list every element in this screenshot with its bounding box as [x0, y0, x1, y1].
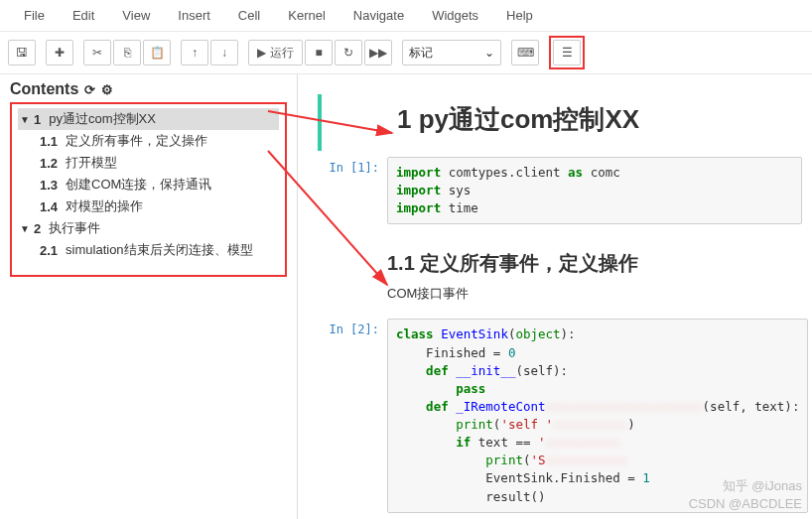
- plus-icon: ✚: [55, 46, 65, 60]
- notebook-area: 1 py通过com控制XX In [1]: import comtypes.cl…: [298, 74, 812, 519]
- save-button[interactable]: 🖫: [8, 40, 36, 65]
- run-label: 运行: [270, 45, 294, 62]
- toc-header: Contents ⟳ ⚙: [10, 80, 287, 98]
- collapse-icon[interactable]: ▼: [20, 223, 30, 234]
- add-cell-button[interactable]: ✚: [46, 40, 73, 65]
- paste-icon: 📋: [150, 46, 165, 60]
- h1-title: 1 py通过com控制XX: [397, 102, 802, 137]
- menu-file[interactable]: File: [10, 4, 59, 27]
- copy-icon: ⎘: [124, 46, 131, 60]
- menu-view[interactable]: View: [108, 4, 164, 27]
- menu-help[interactable]: Help: [492, 4, 547, 27]
- prompt: [328, 94, 397, 151]
- save-icon: 🖫: [16, 46, 28, 60]
- h2-title: 1.1 定义所有事件，定义操作: [387, 250, 802, 277]
- cell-type-label: 标记: [409, 45, 433, 62]
- toc-item-1-1[interactable]: 1.1定义所有事件，定义操作: [18, 130, 279, 152]
- cell-type-select[interactable]: 标记 ⌄: [402, 40, 501, 65]
- restart-button[interactable]: ↻: [335, 40, 362, 65]
- toc-sidebar: Contents ⟳ ⚙ ▼ 1 py通过com控制XX 1.1定义所有事件，定…: [0, 74, 298, 519]
- list-icon: ☰: [562, 46, 573, 60]
- toc-item-1-2[interactable]: 1.2打开模型: [18, 152, 279, 174]
- run-button[interactable]: ▶ 运行: [248, 40, 303, 65]
- menubar: File Edit View Insert Cell Kernel Naviga…: [0, 0, 812, 32]
- toc-item-1-3[interactable]: 1.3创建COM连接，保持通讯: [18, 174, 279, 195]
- restart-icon: ↻: [343, 46, 353, 60]
- menu-insert[interactable]: Insert: [164, 4, 224, 27]
- code-cell-1[interactable]: In [1]: import comtypes.client as comc i…: [318, 157, 812, 224]
- toc-list: ▼ 1 py通过com控制XX 1.1定义所有事件，定义操作 1.2打开模型 1…: [10, 102, 287, 277]
- run-icon: ▶: [257, 46, 266, 60]
- scissors-icon: ✂: [92, 46, 102, 60]
- code-block: import comtypes.client as comc import sy…: [387, 157, 802, 224]
- prompt-in-2: In [2]:: [318, 319, 387, 512]
- keyboard-icon: ⌨: [517, 46, 534, 60]
- stop-button[interactable]: ■: [305, 40, 333, 65]
- collapse-icon[interactable]: ▼: [20, 114, 30, 125]
- cell-heading-1-1[interactable]: 1.1 定义所有事件，定义操作 COM接口事件: [318, 230, 812, 313]
- markdown-text: COM接口事件: [387, 285, 802, 303]
- watermark: 知乎 @iJonas CSDN @ABCDLEE: [689, 477, 802, 513]
- toolbar: 🖫 ✚ ✂ ⎘ 📋 ↑ ↓ ▶ 运行 ■ ↻ ▶▶ 标记 ⌄ ⌨ ☰: [0, 32, 812, 74]
- gear-icon[interactable]: ⚙: [101, 82, 113, 97]
- menu-navigate[interactable]: Navigate: [339, 4, 418, 27]
- toc-item-1[interactable]: ▼ 1 py通过com控制XX: [18, 108, 279, 130]
- menu-edit[interactable]: Edit: [59, 4, 108, 27]
- toc-item-1-4[interactable]: 1.4对模型的操作: [18, 195, 279, 217]
- move-down-button[interactable]: ↓: [210, 40, 238, 65]
- arrow-down-icon: ↓: [221, 46, 227, 60]
- stop-icon: ■: [315, 46, 322, 60]
- menu-kernel[interactable]: Kernel: [274, 4, 339, 27]
- move-up-button[interactable]: ↑: [181, 40, 208, 65]
- menu-widgets[interactable]: Widgets: [418, 4, 492, 27]
- paste-button[interactable]: 📋: [143, 40, 171, 65]
- toc-toggle-button[interactable]: ☰: [553, 40, 581, 65]
- menu-cell[interactable]: Cell: [224, 4, 274, 27]
- command-palette-button[interactable]: ⌨: [511, 40, 539, 65]
- chevron-down-icon: ⌄: [484, 46, 494, 60]
- refresh-icon[interactable]: ⟳: [84, 82, 95, 97]
- toc-item-2-1[interactable]: 2.1simulation结束后关闭连接、模型: [18, 239, 279, 261]
- copy-button[interactable]: ⎘: [113, 40, 141, 65]
- cell-heading-1[interactable]: 1 py通过com控制XX: [318, 94, 812, 151]
- run-all-button[interactable]: ▶▶: [364, 40, 392, 65]
- toc-item-2[interactable]: ▼ 2 执行事件: [18, 217, 279, 239]
- cut-button[interactable]: ✂: [83, 40, 111, 65]
- toc-title: Contents: [10, 80, 78, 98]
- prompt-in-1: In [1]:: [318, 157, 387, 224]
- arrow-up-icon: ↑: [192, 46, 198, 60]
- fast-forward-icon: ▶▶: [369, 46, 387, 60]
